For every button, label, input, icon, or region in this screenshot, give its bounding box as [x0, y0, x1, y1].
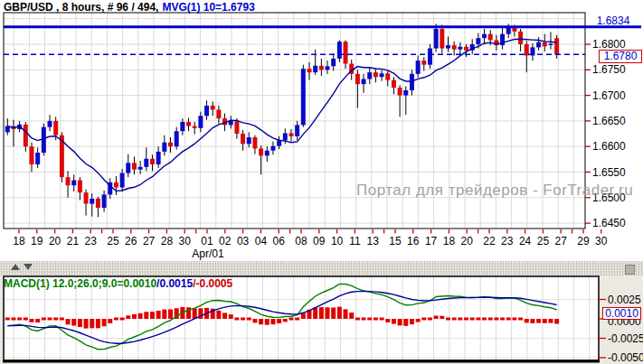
candle-body — [247, 137, 251, 144]
macd-histogram-bar — [374, 318, 378, 321]
candle-body — [29, 146, 33, 164]
time-tick-label: 04 — [251, 235, 270, 247]
time-tick-label: 28 — [156, 235, 176, 247]
symbol-info-label: GBP/USD , 8 hours, # 96 / 494, — [4, 1, 158, 14]
candle-body — [211, 106, 215, 110]
candle-body — [458, 47, 462, 50]
candle-body — [506, 28, 511, 34]
macd-histogram-bar — [126, 315, 130, 319]
candle-body — [464, 47, 468, 51]
candle-body — [132, 163, 137, 169]
macd-histogram-bar — [222, 313, 227, 319]
candle-body — [234, 121, 239, 134]
time-tick-label: 01 — [197, 235, 217, 247]
macd-histogram-bar — [530, 319, 534, 323]
macd-histogram-bar — [216, 311, 221, 319]
candle-body — [307, 69, 312, 72]
macd-histogram-bar — [5, 318, 10, 321]
candle-body — [216, 109, 221, 118]
candle-body — [84, 192, 89, 203]
macd-histogram-bar — [84, 319, 89, 329]
macd-histogram-bar — [452, 318, 457, 321]
candle-body — [120, 173, 125, 188]
time-tick-label: 24 — [515, 235, 535, 247]
macd-histogram-bar — [488, 318, 493, 321]
candle-body — [337, 42, 342, 59]
macd-histogram-bar — [554, 319, 559, 324]
candle-body — [326, 66, 330, 70]
macd-histogram-bar — [355, 318, 360, 321]
candle-body — [313, 66, 317, 72]
macd-histogram-bar — [71, 319, 76, 326]
candle-body — [90, 199, 94, 204]
macd-histogram-bar — [403, 319, 408, 326]
candle-body — [241, 134, 245, 144]
candle-body — [168, 143, 173, 147]
macd-histogram-bar — [313, 307, 317, 319]
macd-histogram-bar — [96, 319, 100, 328]
macd-tick-label: 0.0025 — [608, 294, 641, 306]
candle-body — [295, 125, 299, 135]
macd-histogram-bar — [252, 319, 257, 322]
candle-body — [114, 182, 118, 188]
macd-histogram-bar — [90, 319, 94, 328]
macd-histogram-bar — [464, 318, 468, 321]
candle-body — [270, 146, 275, 151]
candle-body — [434, 29, 439, 49]
candle-body — [66, 177, 71, 185]
time-tick-label: 27 — [139, 235, 159, 247]
candle-body — [150, 159, 155, 164]
candle-body — [362, 79, 366, 84]
candle-body — [78, 181, 82, 193]
time-tick-label: 03 — [233, 235, 253, 247]
macd-histogram-bar — [500, 318, 505, 321]
macd-histogram-bar — [543, 319, 547, 323]
candle-body — [198, 116, 203, 128]
time-tick-label: 21 — [62, 235, 82, 247]
macd-histogram-bar — [398, 319, 402, 325]
macd-histogram-bar — [536, 319, 541, 323]
macd-histogram-bar — [548, 319, 553, 323]
triangle-down-icon[interactable] — [24, 264, 33, 270]
triangle-up-icon[interactable] — [11, 264, 20, 270]
macd-histogram-bar — [259, 319, 263, 324]
macd-histogram-bar — [458, 318, 462, 321]
candle-body — [156, 152, 161, 164]
candle-body — [536, 42, 541, 48]
candle-body — [452, 45, 457, 50]
candle-body — [53, 121, 58, 135]
macd-histogram-bar — [24, 318, 28, 321]
macd-histogram-bar — [518, 318, 523, 321]
candle-body — [283, 133, 288, 140]
macd-histogram-bar — [506, 318, 511, 321]
time-tick-label: 16 — [403, 235, 423, 247]
macd-histogram-bar — [482, 318, 487, 321]
candle-body — [71, 181, 76, 186]
candle-body — [446, 45, 450, 48]
macd-histogram-bar — [277, 319, 281, 323]
candle-body — [180, 122, 184, 131]
time-tick-label: 30 — [175, 235, 194, 247]
macd-histogram-bar — [326, 307, 330, 319]
time-tick-label: 19 — [27, 235, 47, 247]
macd-histogram-bar — [35, 319, 40, 322]
candle-body — [476, 38, 480, 44]
macd-histogram-bar — [440, 316, 444, 319]
macd-histogram-bar — [392, 319, 396, 324]
macd-histogram-bar — [193, 308, 197, 319]
candle-body — [403, 90, 408, 96]
candle-body — [554, 38, 559, 54]
x-axis-month-label: Apr/01 — [189, 247, 227, 260]
candle-body — [488, 34, 493, 41]
panel-splitter[interactable] — [0, 261, 643, 275]
candle-body — [367, 72, 372, 79]
macd-header: MACD(1) 12.0;26.0;9.0=0.0010/0.0015/-0.0… — [4, 277, 232, 290]
macd-histogram-bar — [138, 313, 143, 319]
time-tick-label: 10 — [327, 235, 347, 247]
price-tick-label: 1.6600 — [592, 140, 626, 153]
resize-grip-icon[interactable] — [625, 265, 635, 275]
candle-body — [138, 167, 143, 170]
candle-body — [259, 148, 263, 155]
time-tick-label: 27 — [551, 235, 571, 247]
time-tick-label: 20 — [457, 235, 477, 247]
